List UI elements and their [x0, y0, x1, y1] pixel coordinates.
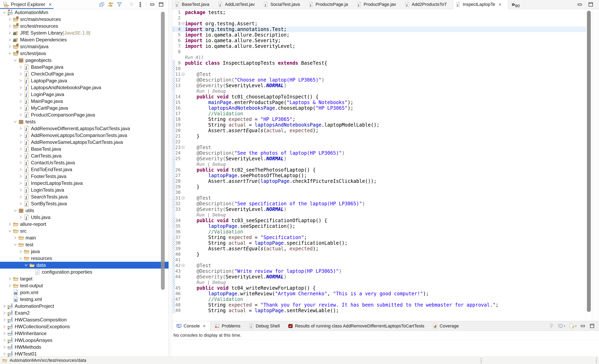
- code-line-16[interactable]: 16 laptopsAndNotebooksPage.chooseLaptop(…: [172, 105, 599, 111]
- code-line-34[interactable]: 34 public void tc03_seeSpecificationOfLa…: [172, 218, 599, 223]
- tree-item-automationproject[interactable]: JAutomationProject: [0, 303, 168, 310]
- tree-item-target[interactable]: target: [0, 275, 168, 282]
- chevron-right-icon[interactable]: [18, 106, 23, 110]
- chevron-right-icon[interactable]: [18, 140, 23, 145]
- fold-collapse-icon[interactable]: [181, 145, 185, 149]
- code-line-15[interactable]: 15 mainPage.enterProductsPage("Laptops &…: [172, 100, 599, 105]
- chevron-right-icon[interactable]: [18, 174, 23, 179]
- tree-item-basetest-java[interactable]: JBaseTest.java: [0, 146, 168, 152]
- chevron-right-icon[interactable]: [18, 71, 23, 76]
- code-line-4[interactable]: 4import org.testng.annotations.Test;: [172, 27, 599, 32]
- code-line-41[interactable]: 41: [172, 257, 599, 263]
- editor-tab-basetest-java[interactable]: JBaseTest.java: [172, 0, 215, 9]
- chevron-right-icon[interactable]: [8, 17, 12, 22]
- tree-item-configuration-properties[interactable]: configuration.properties: [0, 269, 168, 275]
- maximize-icon[interactable]: [158, 2, 164, 8]
- tree-item-utils[interactable]: utils: [0, 207, 168, 214]
- code-line-44[interactable]: 44 @Severity(SeverityLevel.NORMAL): [172, 274, 599, 280]
- chevron-down-icon[interactable]: [24, 263, 28, 267]
- code-lens[interactable]: Run | Debug: [197, 280, 226, 285]
- fold-collapse-icon[interactable]: [181, 22, 185, 26]
- tree-item-mycartpage-java[interactable]: JMyCartPage.java: [0, 105, 168, 112]
- tree-item-hwloopsarrayes[interactable]: JHWLoopsArrayes: [0, 337, 168, 344]
- code-line-33[interactable]: 33 @Severity(SeverityLevel.NORMAL): [172, 206, 599, 212]
- tree-item-allure-report[interactable]: allure-report: [0, 221, 168, 228]
- code-line-13[interactable]: 13 @Severity(SeverityLevel.NORMAL): [172, 83, 599, 89]
- chevron-right-icon[interactable]: [18, 92, 23, 97]
- tree-item-test[interactable]: test: [0, 241, 168, 248]
- project-tree-scrollbar[interactable]: [161, 12, 165, 290]
- tree-item-carttests-java[interactable]: JCartTests.java: [0, 152, 168, 159]
- tree-item-loginpage-java[interactable]: JLoginPage.java: [0, 91, 168, 98]
- code-line-1[interactable]: 1package tests;: [172, 10, 599, 15]
- tree-item-contactustests-java[interactable]: JContactUsTests.java: [0, 159, 168, 166]
- editor-tab-socialtest-java[interactable]: JSocialTest.java: [261, 0, 306, 9]
- code-editor[interactable]: 1package tests;23import org.testng.Asser…: [172, 9, 599, 321]
- code-line-21[interactable]: 21 }: [172, 133, 599, 139]
- close-icon[interactable]: [48, 2, 53, 7]
- chevron-down-icon[interactable]: [8, 229, 12, 233]
- tree-item-laptopsandnotebookspage-java[interactable]: JLaptopsAndNotebooksPage.java: [0, 84, 168, 91]
- minimize-icon[interactable]: [150, 2, 155, 8]
- code-line-11[interactable]: 11 @Test: [172, 71, 599, 77]
- editor-scrollbar[interactable]: [587, 11, 591, 312]
- chevron-down-icon[interactable]: [2, 10, 7, 15]
- tree-item-utils-java[interactable]: JUtils.java: [0, 214, 168, 221]
- tree-item-main[interactable]: main: [0, 234, 168, 241]
- collapse-all-icon[interactable]: [99, 2, 105, 8]
- tree-item-mainpage-java[interactable]: JMainPage.java: [0, 98, 168, 105]
- chevron-right-icon[interactable]: [18, 113, 23, 117]
- fold-collapse-icon[interactable]: [181, 72, 185, 76]
- chevron-right-icon[interactable]: [18, 147, 23, 151]
- tree-item-java[interactable]: java: [0, 248, 168, 255]
- code-line-20[interactable]: 20 Assert.assertEquals(actual, expected)…: [172, 128, 599, 133]
- chevron-right-icon[interactable]: [2, 331, 7, 336]
- tree-item-test-output[interactable]: test-output: [0, 282, 168, 289]
- console-tab-results-of-running-class-addremovedifferrentlaptopstocarttests[interactable]: Results of running class AddRemoveDiffer…: [284, 321, 428, 331]
- tree-item-maven-dependencies[interactable]: Maven Dependencies: [0, 36, 168, 43]
- code-line-22[interactable]: 22: [172, 139, 599, 145]
- code-line-36[interactable]: 36 //Validation: [172, 229, 599, 235]
- chevron-right-icon[interactable]: [18, 78, 23, 83]
- code-line-6[interactable]: 6import io.qameta.allure.Severity;: [172, 38, 599, 43]
- code-lens[interactable]: Run | Debug: [197, 161, 226, 167]
- chevron-right-icon[interactable]: [18, 181, 23, 186]
- code-line-30[interactable]: 30: [172, 190, 599, 195]
- chevron-right-icon[interactable]: [18, 99, 23, 104]
- tree-item-data[interactable]: data: [0, 262, 168, 269]
- code-lens[interactable]: Run All: [185, 55, 204, 60]
- tree-item-hwtest01[interactable]: JHWTest01: [0, 351, 168, 356]
- code-lens[interactable]: Run | Debug: [197, 89, 226, 94]
- overview-ruler[interactable]: [592, 9, 599, 321]
- editor-tab-productpage-jav[interactable]: JProductPage.jav: [354, 0, 402, 9]
- tree-item-sortbytests-java[interactable]: JSortByTests.java: [0, 200, 168, 207]
- tree-item-laptoppage-java[interactable]: JLaptopPage.java: [0, 77, 168, 84]
- tree-item-addremovesamelaptopstocarttests-java[interactable]: JAddRemoveSameLaptopsToCartTests.java: [0, 139, 168, 146]
- close-icon[interactable]: [202, 324, 206, 328]
- code-line-49[interactable]: 49 String actual = laptopPage.sentReview…: [172, 308, 599, 313]
- code-line-35[interactable]: 35 laptopPage.seeSpecification();: [172, 223, 599, 229]
- tree-item-hwinheritance[interactable]: JHWInheritance: [0, 330, 168, 337]
- tree-item-addremovedifferrentlaptopstocarttests-java[interactable]: JAddRemoveDifferrentLaptopsToCartTests.j…: [0, 125, 168, 132]
- code-line-18[interactable]: 18 String expected = "HP LP3065";: [172, 116, 599, 122]
- console-tab-coverage[interactable]: Coverage: [428, 321, 463, 331]
- tree-item-hwcollectionsexceptions[interactable]: JHWCollectionsExceptions: [0, 323, 168, 330]
- code-line-40[interactable]: 40 }: [172, 251, 599, 257]
- tree-item-basepage-java[interactable]: JBasePage.java: [0, 64, 168, 71]
- code-line-43[interactable]: 43 @Description("Write review for laptop…: [172, 268, 599, 274]
- code-line-46[interactable]: 46 laptopPage.writeReview("Artyom Cherne…: [172, 291, 599, 296]
- chevron-right-icon[interactable]: [8, 31, 12, 35]
- minimize-icon[interactable]: [580, 323, 586, 329]
- code-line-14[interactable]: 14 public void tc01_chooseLaptopToInspec…: [172, 94, 599, 100]
- chevron-right-icon[interactable]: [18, 167, 23, 172]
- tree-item-src-test-java[interactable]: src/test/java: [0, 50, 168, 57]
- tree-item-addremovelaptopstocomparisontests-java[interactable]: JAddRemoveLaptopsToComparisonTests.java: [0, 132, 168, 139]
- chevron-right-icon[interactable]: [18, 249, 23, 254]
- chevron-right-icon[interactable]: [18, 85, 23, 90]
- chevron-right-icon[interactable]: [8, 283, 12, 288]
- chevron-right-icon[interactable]: [18, 126, 23, 131]
- tree-item-pom-xml[interactable]: Mpom.xml: [0, 289, 168, 296]
- chevron-right-icon[interactable]: [8, 24, 12, 28]
- tree-item-pageobjects[interactable]: pageobjects: [0, 57, 168, 64]
- panel-sash[interactable]: [169, 0, 172, 356]
